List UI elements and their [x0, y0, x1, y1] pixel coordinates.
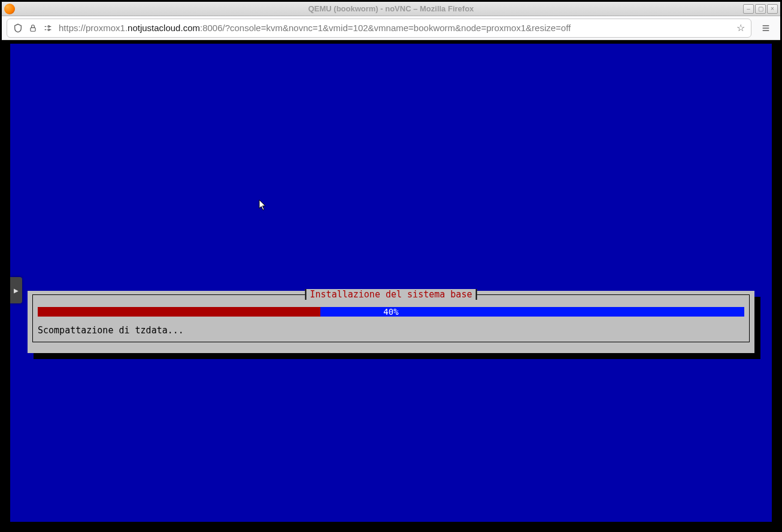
installer-box: Installazione del sistema base 40% Scomp… [28, 291, 754, 353]
url-suffix: :8006/?console=kvm&novnc=1&vmid=102&vmna… [200, 23, 571, 33]
svg-rect-0 [31, 28, 35, 31]
vnc-canvas[interactable]: Installazione del sistema base 40% Scomp… [10, 44, 772, 522]
firefox-window: QEMU (bookworm) - noVNC – Mozilla Firefo… [0, 0, 782, 532]
maximize-button[interactable]: ▢ [755, 4, 766, 14]
hamburger-icon [761, 23, 771, 33]
content-area: Installazione del sistema base 40% Scomp… [2, 40, 780, 530]
installer-frame: Installazione del sistema base 40% Scomp… [32, 294, 750, 342]
progress-label: 40% [38, 307, 744, 317]
firefox-icon [4, 4, 15, 14]
url-prefix: https://proxmox1. [59, 23, 128, 33]
status-text: Scompattazione di tzdata... [38, 325, 744, 336]
installer-title: Installazione del sistema base [305, 289, 477, 300]
lock-icon [29, 24, 37, 32]
menu-button[interactable] [756, 19, 775, 38]
mouse-cursor-icon [259, 199, 267, 211]
bookmark-star-icon[interactable]: ☆ [736, 22, 745, 34]
svg-point-1 [48, 26, 50, 28]
url-text: https://proxmox1.notjustacloud.com:8006/… [59, 23, 731, 33]
progress-bar: 40% [38, 307, 744, 317]
installer-dialog: Installazione del sistema base 40% Scomp… [28, 291, 754, 353]
minimize-button[interactable]: – [743, 4, 754, 14]
permissions-icon [43, 24, 53, 32]
novnc-sidebar-tab[interactable]: ▶ [10, 277, 22, 303]
browser-toolbar: https://proxmox1.notjustacloud.com:8006/… [2, 16, 780, 40]
close-button[interactable]: × [767, 4, 778, 14]
url-host: notjustacloud.com [128, 23, 200, 33]
titlebar: QEMU (bookworm) - noVNC – Mozilla Firefo… [2, 2, 780, 16]
shield-icon [13, 23, 23, 33]
svg-point-2 [48, 29, 50, 31]
window-controls: – ▢ × [743, 4, 778, 14]
address-bar[interactable]: https://proxmox1.notjustacloud.com:8006/… [7, 19, 751, 38]
window-title: QEMU (bookworm) - noVNC – Mozilla Firefo… [2, 4, 780, 13]
chevron-right-icon: ▶ [14, 287, 19, 294]
